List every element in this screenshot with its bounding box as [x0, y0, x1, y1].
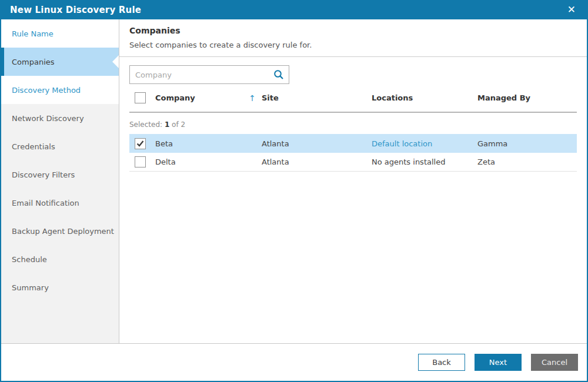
cell-company: Beta: [155, 139, 262, 148]
next-button[interactable]: Next: [475, 354, 522, 371]
window-title: New Linux Discovery Rule: [10, 5, 141, 15]
column-label: Company: [155, 93, 195, 102]
page-title: Companies: [129, 26, 577, 35]
sidebar-item-summary[interactable]: Summary: [1, 273, 119, 301]
companies-table: Company ↑ Site Locations Managed By Sele…: [129, 84, 577, 172]
column-header-company[interactable]: Company ↑: [155, 93, 262, 103]
column-header-locations[interactable]: Locations: [372, 93, 477, 102]
step-label: Rule Name: [12, 29, 54, 38]
sidebar-item-discovery-filters[interactable]: Discovery Filters: [1, 160, 119, 189]
sidebar-item-credentials[interactable]: Credentials: [1, 132, 119, 160]
step-label: Companies: [12, 58, 55, 66]
table-header-row: Company ↑ Site Locations Managed By: [129, 84, 577, 113]
select-all-checkbox[interactable]: [135, 92, 146, 103]
header-checkbox-cell: [129, 92, 155, 103]
selection-prefix: Selected:: [129, 120, 162, 129]
table-row[interactable]: Beta Atlanta Default location Gamma: [129, 134, 577, 153]
location-link[interactable]: Default location: [372, 139, 477, 148]
row-checkbox-cell: [129, 138, 155, 149]
dialog-body: Rule Name Companies Discovery Method Net…: [1, 19, 587, 343]
sidebar-item-schedule[interactable]: Schedule: [1, 245, 119, 273]
wizard-steps-sidebar: Rule Name Companies Discovery Method Net…: [1, 19, 119, 343]
step-label: Discovery Filters: [12, 170, 75, 179]
selection-suffix: of 2: [172, 120, 185, 129]
selection-count: 1: [165, 120, 169, 129]
row-checkbox[interactable]: [135, 138, 146, 149]
sidebar-item-backup-agent-deployment[interactable]: Backup Agent Deployment: [1, 217, 119, 245]
page-subtitle: Select companies to create a discovery r…: [129, 41, 577, 49]
row-checkbox[interactable]: [135, 156, 146, 167]
close-icon[interactable]: ✕: [565, 4, 578, 16]
step-label: Network Discovery: [12, 114, 84, 123]
sidebar-item-discovery-method[interactable]: Discovery Method: [1, 76, 119, 104]
checkmark-icon: [136, 140, 144, 148]
dialog-footer: Back Next Cancel: [1, 343, 587, 381]
step-label: Credentials: [12, 142, 55, 151]
sort-ascending-icon: ↑: [249, 93, 256, 103]
step-label: Discovery Method: [12, 86, 81, 95]
cell-site: Atlanta: [262, 139, 372, 148]
cell-managed-by: Zeta: [477, 158, 577, 166]
search-box: [129, 65, 289, 84]
step-content: Companies Select companies to create a d…: [119, 19, 587, 343]
cancel-button[interactable]: Cancel: [531, 354, 578, 371]
sidebar-item-email-notification[interactable]: Email Notification: [1, 189, 119, 217]
search-icon[interactable]: [273, 69, 284, 80]
sidebar-item-rule-name[interactable]: Rule Name: [1, 19, 119, 48]
back-button[interactable]: Back: [418, 354, 465, 371]
column-header-site[interactable]: Site: [262, 93, 372, 102]
cell-site: Atlanta: [262, 158, 372, 166]
sidebar-item-companies[interactable]: Companies: [1, 48, 119, 76]
row-checkbox-cell: [129, 156, 155, 167]
company-search-input[interactable]: [130, 71, 273, 79]
step-label: Schedule: [12, 255, 47, 264]
new-linux-discovery-rule-dialog: New Linux Discovery Rule ✕ Rule Name Com…: [0, 0, 588, 382]
search-row: [129, 65, 577, 84]
step-label: Email Notification: [12, 199, 79, 207]
table-row[interactable]: Delta Atlanta No agents installed Zeta: [129, 153, 577, 172]
cell-company: Delta: [155, 158, 262, 166]
column-header-managed-by[interactable]: Managed By: [477, 93, 577, 102]
step-label: Backup Agent Deployment: [12, 227, 114, 236]
step-label: Summary: [12, 283, 49, 292]
window-titlebar: New Linux Discovery Rule ✕: [0, 0, 588, 19]
selection-summary: Selected: 1 of 2: [129, 113, 577, 134]
cell-locations: No agents installed: [372, 158, 477, 166]
cell-managed-by: Gamma: [477, 139, 577, 148]
step-header: Companies Select companies to create a d…: [119, 19, 587, 57]
sidebar-item-network-discovery[interactable]: Network Discovery: [1, 104, 119, 132]
